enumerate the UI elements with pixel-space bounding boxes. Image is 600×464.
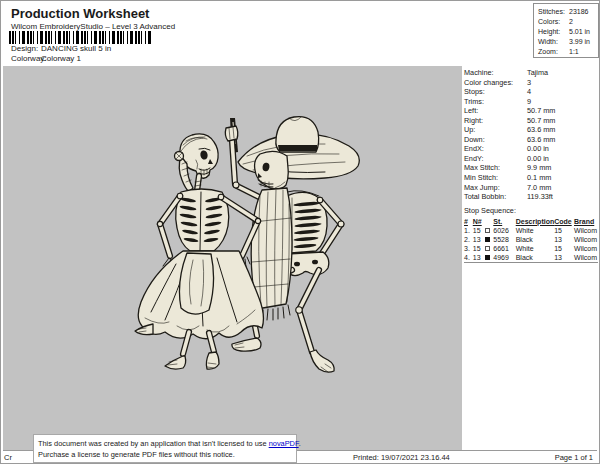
col-st: St. [493, 217, 515, 226]
stop-row: 1. 15 6026 White 15 Wilcom [464, 226, 598, 235]
stop-code: 13 [554, 235, 574, 244]
height-value: 5.01 in [569, 27, 590, 37]
female-skeleton [135, 134, 263, 369]
machine-value: Tajima [527, 68, 548, 78]
endx-label: EndX: [464, 144, 527, 154]
left-value: 50.7 mm [527, 106, 555, 116]
notice-line1-period: . [299, 439, 301, 448]
design-row: Design: DANCING skull 5 in [11, 44, 41, 53]
design-barcode [9, 31, 153, 44]
trims-label: Trims: [464, 97, 527, 107]
colorway-label: Colorway: [11, 54, 41, 63]
max-jump-label: Max Jump: [464, 183, 527, 193]
total-bobbin-label: Total Bobbin: [464, 192, 527, 202]
colorway-value: Colorway 1 [41, 54, 81, 63]
stop-sequence-table: # N# St. Description Code Brand 1. 15 60… [464, 217, 598, 263]
right-value: 50.7 mm [527, 116, 555, 126]
stop-code: 15 [554, 244, 574, 253]
color-changes-value: 3 [527, 78, 531, 88]
novapdf-notice-box: This document was created by an applicat… [33, 434, 297, 463]
stop-brand: Wilcom [574, 226, 598, 235]
stop-n: 13 [473, 253, 485, 263]
down-value: 63.6 mm [527, 135, 555, 145]
stop-stitches: 5528 [493, 235, 515, 244]
thread-color-chip [485, 255, 490, 260]
height-label: Height: [538, 27, 569, 37]
stop-description: White [516, 226, 555, 235]
stop-brand: Wilcom [574, 235, 598, 244]
col-brand: Brand [574, 217, 598, 226]
min-stitch-value: 0.1 mm [527, 173, 551, 183]
stitches-value: 23186 [569, 7, 588, 17]
trims-value: 9 [527, 97, 531, 107]
endy-value: 0.00 in [527, 154, 549, 164]
min-stitch-label: Min Stitch: [464, 173, 527, 183]
zoom-value: 1:1 [569, 47, 579, 57]
stop-stitches: 4969 [493, 253, 515, 263]
colors-value: 2 [569, 17, 573, 27]
width-label: Width: [538, 37, 569, 47]
stop-num: 1. [464, 226, 473, 235]
page-title: Production Worksheet [11, 6, 149, 21]
stop-stitches: 6661 [493, 244, 515, 253]
page-number: Page 1 of 1 [555, 453, 593, 462]
col-code: Code [554, 217, 574, 226]
stop-num: 4. [464, 253, 473, 263]
thread-color-chip [485, 237, 490, 242]
notice-line2: Purchase a license to generate PDF files… [38, 449, 292, 460]
thread-color-chip [485, 246, 490, 251]
right-label: Right: [464, 116, 527, 126]
stop-description: White [516, 244, 555, 253]
thread-color-chip [485, 228, 490, 233]
stop-row: 4. 13 4969 Black 13 Wilcom [464, 253, 598, 263]
stop-description: Black [516, 253, 555, 263]
notice-line1: This document was created by an applicat… [38, 438, 292, 449]
colorway-row: Colorway: Colorway 1 [11, 54, 41, 63]
footer-left-fragment: Cr [4, 453, 12, 462]
design-label: Design: [11, 44, 41, 53]
notice-line1-text: This document was created by an applicat… [38, 439, 269, 448]
production-worksheet-page: Production Worksheet Wilcom EmbroiderySt… [0, 0, 600, 464]
stop-code: 15 [554, 226, 574, 235]
stop-row: 3. 15 6661 White 15 Wilcom [464, 244, 598, 253]
stop-n: 15 [473, 244, 485, 253]
zoom-label: Zoom: [538, 47, 569, 57]
stop-sequence-title: Stop Sequence: [464, 206, 598, 216]
stop-num: 2. [464, 235, 473, 244]
up-label: Up: [464, 125, 527, 135]
stop-description: Black [516, 235, 555, 244]
stops-value: 4 [527, 87, 531, 97]
stop-brand: Wilcom [574, 244, 598, 253]
down-label: Down: [464, 135, 527, 145]
design-value: DANCING skull 5 in [41, 44, 111, 53]
design-canvas [3, 66, 462, 450]
stop-num: 3. [464, 244, 473, 253]
stitches-label: Stitches: [538, 7, 569, 17]
col-chip [485, 217, 494, 226]
max-jump-value: 7.0 mm [527, 183, 551, 193]
colors-label: Colors: [538, 17, 569, 27]
stop-row: 2. 13 5528 Black 13 Wilcom [464, 235, 598, 244]
up-value: 63.6 mm [527, 125, 555, 135]
endy-label: EndY: [464, 154, 527, 164]
machine-details-panel: Machine:Tajima Color changes:3 Stops:4 T… [464, 68, 598, 263]
design-summary-box: Stitches:23186 Colors:2 Height:5.01 in W… [533, 3, 599, 58]
printed-timestamp: Printed: 19/07/2021 23.16.44 [353, 453, 450, 462]
app-name-subtitle: Wilcom EmbroideryStudio – Level 3 Advanc… [11, 22, 175, 31]
col-description: Description [516, 217, 555, 226]
machine-label: Machine: [464, 68, 527, 78]
novapdf-link[interactable]: novaPDF [269, 439, 299, 448]
col-n: N# [473, 217, 485, 226]
dancing-skeletons-design-preview [129, 112, 373, 378]
stop-n: 15 [473, 226, 485, 235]
stop-brand: Wilcom [574, 253, 598, 263]
max-stitch-label: Max Stitch: [464, 163, 527, 173]
stop-stitches: 6026 [493, 226, 515, 235]
max-stitch-value: 9.9 mm [527, 163, 551, 173]
stop-n: 13 [473, 235, 485, 244]
stop-code: 13 [554, 253, 574, 263]
stop-sequence-header-row: # N# St. Description Code Brand [464, 217, 598, 226]
total-bobbin-value: 119.33ft [527, 192, 553, 202]
stops-label: Stops: [464, 87, 527, 97]
left-label: Left: [464, 106, 527, 116]
